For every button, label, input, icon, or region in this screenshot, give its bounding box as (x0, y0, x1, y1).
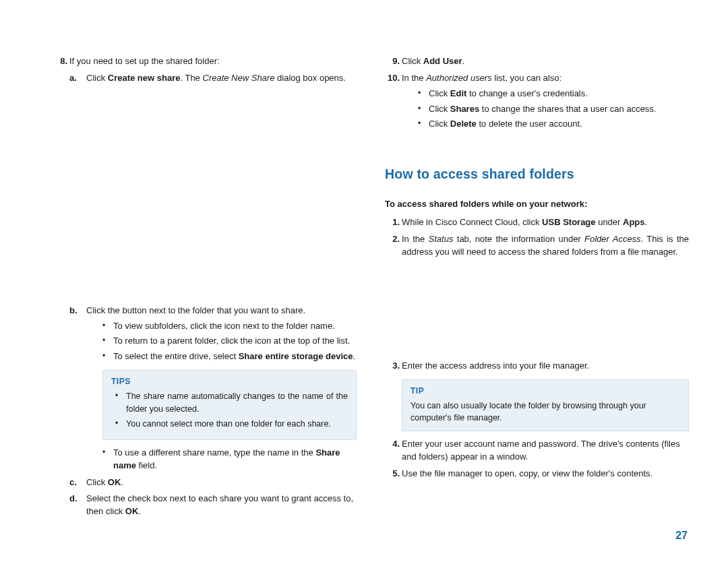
access-step-2-mid: tab, note the information under (453, 234, 584, 244)
access-step-2-pre: In the (402, 234, 429, 244)
page: 8. If you need to set up the shared fold… (0, 0, 728, 562)
tip-text: You can also usually locate the folder b… (411, 400, 680, 424)
bullet-return-parent: To return to a parent folder, click the … (102, 335, 357, 348)
bullet-edit-bold: Edit (450, 88, 467, 98)
page-number: 27 (675, 530, 688, 542)
bullet-view-post: icon next to the folder name. (224, 321, 335, 331)
substep-8a-marker: a. (69, 72, 77, 85)
bullet-share-pre: To use a different share name, type the … (113, 447, 315, 458)
substep-8a-ital: Create New Share (202, 73, 274, 83)
tips-label: TIPS (111, 376, 348, 387)
left-steps: 8. If you need to set up the shared fold… (53, 55, 357, 518)
substep-8c-post: . (121, 477, 123, 487)
tip-2: You cannot select more than one folder f… (115, 418, 348, 430)
bullet-delete-pre: Click (429, 119, 450, 129)
substep-8c-pre: Click (86, 477, 108, 487)
access-step-4: 4. Enter your user account name and pass… (385, 438, 689, 464)
access-step-2-number: 2. (385, 233, 400, 246)
section-heading: How to access shared folders (385, 164, 689, 183)
access-step-3-number: 3. (385, 360, 400, 373)
access-step-5-text: Use the file manager to open, copy, or v… (402, 468, 653, 478)
bullet-delete-post: to delete the user account. (477, 119, 582, 129)
step-10-pre: In the (402, 73, 426, 83)
bullet-view-pre: To view subfolders, click the (113, 321, 224, 331)
step-8: 8. If you need to set up the shared fold… (53, 55, 357, 518)
bullet-ret-post: icon at the top of the list. (255, 336, 350, 346)
substep-8d-marker: d. (69, 493, 78, 505)
access-step-2-ital2: Folder Access (584, 234, 641, 244)
bullet-delete: Click Delete to delete the user account. (418, 118, 689, 131)
access-lead: To access shared folders while on your n… (385, 198, 689, 211)
substep-8b: b. Click the button next to the folder t… (69, 305, 357, 472)
substep-8a-after: dialog box opens. (274, 73, 346, 83)
substep-8b-bullets: To view subfolders, click the icon next … (102, 320, 357, 364)
step-10-bullets: Click Edit to change a user's credential… (418, 88, 689, 131)
access-step-4-number: 4. (385, 438, 400, 451)
access-step-1-bold: USB Storage (542, 217, 595, 227)
substep-8d-bold: OK (125, 506, 139, 516)
access-step-5: 5. Use the file manager to open, copy, o… (385, 468, 689, 480)
access-step-1-number: 1. (385, 216, 400, 229)
bullet-sel-pre: To select the entire drive, select (113, 351, 239, 361)
bullet-shares-bold: Shares (450, 104, 479, 114)
access-step-2-ital: Status (429, 234, 454, 244)
substep-8a-post: . The (180, 73, 202, 83)
step-8-text: If you need to set up the shared folder: (69, 56, 220, 66)
substep-8d-post: . (138, 506, 141, 516)
substep-8b-text: Click the button next to the folder that… (86, 305, 305, 315)
access-step-3-text: Enter the access address into your file … (402, 361, 589, 371)
access-step-1-bold2: Apps (623, 217, 645, 227)
step-9-bold: Add User (423, 56, 462, 66)
access-step-5-number: 5. (385, 468, 400, 480)
bullet-shares: Click Shares to change the shares that a… (418, 103, 689, 116)
tip-1: The share name automatically changes to … (115, 390, 348, 414)
placeholder-image-left (86, 85, 357, 301)
bullet-share-post: field. (136, 460, 157, 470)
substep-8b-marker: b. (69, 305, 78, 317)
column-left: 8. If you need to set up the shared fold… (53, 55, 357, 522)
step-10-post: list, you can also: (492, 73, 562, 83)
step-10-ital: Authorized users (426, 73, 492, 83)
tips-body: The share name automatically changes to … (111, 390, 348, 429)
step-10: 10. In the Authorized users list, you ca… (385, 72, 689, 131)
access-step-1-mid: under (596, 217, 623, 227)
step-9-post: . (462, 56, 465, 66)
substep-8d: d. Select the check box next to each sha… (69, 493, 357, 518)
bullet-edit-post: to change a user's credentials. (466, 88, 588, 98)
access-step-1-post: . (645, 217, 648, 227)
step-8-substeps: a. Click Create new share. The Create Ne… (69, 72, 357, 518)
access-steps: 1. While in Cisco Connect Cloud, click U… (385, 216, 689, 480)
bullet-view-subfolders: To view subfolders, click the icon next … (102, 320, 357, 333)
access-step-1: 1. While in Cisco Connect Cloud, click U… (385, 216, 689, 229)
access-step-4-text: Enter your user account name and passwor… (402, 439, 680, 462)
tips-box: TIPS The share name automatically change… (102, 370, 357, 440)
bullet-edit-pre: Click (429, 88, 450, 98)
bullet-sel-post: . (353, 351, 356, 361)
bullet-delete-bold: Delete (450, 119, 477, 129)
substep-8a-pre: Click (86, 73, 108, 83)
substep-8a-bold: Create new share (108, 73, 181, 83)
substep-8b-bullets-after: To use a different share name, type the … (102, 447, 357, 472)
placeholder-image-right (402, 259, 689, 356)
access-step-3: 3. Enter the access address into your fi… (385, 360, 689, 431)
bullet-shares-pre: Click (429, 104, 450, 114)
column-right: 9. Click Add User. 10. In the Authorized… (385, 55, 689, 522)
bullet-ret-pre: To return to a parent folder, click the (113, 336, 255, 346)
bullet-sel-bold: Share entire storage device (239, 351, 353, 361)
substep-8c-bold: OK (108, 477, 121, 487)
tips-list: The share name automatically changes to … (115, 390, 348, 429)
two-column-layout: 8. If you need to set up the shared fold… (53, 55, 689, 522)
step-8-number: 8. (53, 55, 67, 68)
access-step-2: 2. In the Status tab, note the informati… (385, 233, 689, 356)
substep-8c-marker: c. (69, 476, 77, 489)
step-9-number: 9. (385, 55, 400, 68)
step-9: 9. Click Add User. (385, 55, 689, 68)
tip-label: TIP (411, 385, 680, 397)
bullet-share-name: To use a different share name, type the … (102, 447, 357, 472)
access-step-1-pre: While in Cisco Connect Cloud, click (402, 217, 542, 227)
tip-box: TIP You can also usually locate the fold… (402, 379, 689, 432)
bullet-select-entire-drive: To select the entire drive, select Share… (102, 350, 357, 363)
substep-8a: a. Click Create new share. The Create Ne… (69, 72, 357, 301)
step-9-pre: Click (402, 56, 423, 66)
right-steps-upper: 9. Click Add User. 10. In the Authorized… (385, 55, 689, 131)
